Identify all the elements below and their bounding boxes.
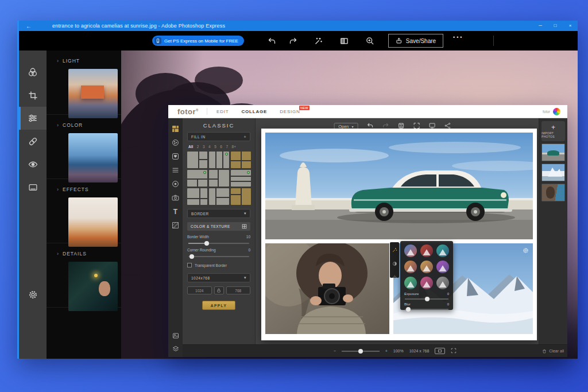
filter-preset[interactable] <box>436 244 449 257</box>
stickers-icon[interactable] <box>171 152 180 161</box>
filter-preset[interactable] <box>404 261 417 273</box>
maximize-button[interactable]: □ <box>548 21 563 31</box>
slider-knob[interactable] <box>406 307 411 312</box>
minimize-button[interactable]: ─ <box>533 21 548 31</box>
collage-template-selected[interactable] <box>231 152 251 168</box>
light-section-header[interactable]: › LIGHT <box>57 58 121 64</box>
color-texture-button[interactable]: COLOR & TEXTURE <box>187 222 250 231</box>
slider-knob[interactable] <box>425 297 430 301</box>
zoom-in-button[interactable]: + <box>385 349 388 353</box>
count-2[interactable]: 2 <box>197 145 199 149</box>
collage-template[interactable] <box>209 170 229 187</box>
slider-knob[interactable] <box>189 254 194 259</box>
clear-all-button[interactable]: Clear all <box>542 345 564 357</box>
template-grid-icon[interactable] <box>171 124 180 134</box>
redo-button[interactable] <box>287 36 299 46</box>
border-circle-icon[interactable] <box>171 179 180 189</box>
effects-preview-thumbnail[interactable] <box>68 197 118 247</box>
save-share-button[interactable]: Save/Share <box>388 34 443 48</box>
collage-cell-car[interactable] <box>265 133 533 239</box>
adjustments-tool-icon[interactable] <box>19 107 47 130</box>
account-area[interactable]: fotor <box>543 108 560 115</box>
fill-in-dropdown[interactable]: FILL IN + <box>187 132 250 141</box>
border-dropdown[interactable]: BORDER ▾ <box>187 209 250 218</box>
fullscreen-icon[interactable] <box>451 348 457 354</box>
compare-before-after-icon[interactable] <box>338 36 350 46</box>
collage-template[interactable] <box>231 170 251 187</box>
imported-photo-thumbnail-mountain[interactable] <box>541 164 565 181</box>
blur-slider[interactable] <box>405 309 448 310</box>
count-5[interactable]: 5 <box>214 145 216 149</box>
filter-wand-icon[interactable] <box>392 244 397 255</box>
details-preview-thumbnail[interactable] <box>68 262 118 311</box>
collage-cell-woman[interactable] <box>265 243 389 334</box>
transparent-border-option[interactable]: Transparent Border <box>187 263 250 267</box>
tab-design[interactable]: DESIGNNEW <box>280 109 300 114</box>
tab-edit[interactable]: EDIT <box>216 109 229 114</box>
photo-camera-icon[interactable] <box>171 193 180 203</box>
light-preview-thumbnail[interactable] <box>68 69 118 118</box>
border-width-slider[interactable] <box>188 243 249 244</box>
text-tool-icon[interactable]: T <box>171 207 180 216</box>
slider-knob[interactable] <box>204 241 209 246</box>
details-section-header[interactable]: › DETAILS <box>57 251 121 257</box>
contrast-icon[interactable] <box>392 258 397 269</box>
fotor-logo[interactable]: fotor® <box>177 107 199 116</box>
exposure-slider[interactable] <box>405 298 448 300</box>
shuffle-dice-icon[interactable] <box>171 138 180 148</box>
filter-preset[interactable] <box>404 244 417 257</box>
filter-preset[interactable] <box>436 261 449 273</box>
collage-template[interactable] <box>187 188 207 205</box>
close-button[interactable]: × <box>563 21 578 31</box>
tab-collage[interactable]: COLLAGE <box>241 109 267 114</box>
filter-preset[interactable] <box>420 277 433 289</box>
looks-tool-icon[interactable] <box>19 61 47 84</box>
zoom-out-button[interactable]: − <box>334 349 336 353</box>
transparent-border-checkbox[interactable] <box>187 263 192 267</box>
image-icon[interactable] <box>171 331 180 340</box>
collage-template[interactable] <box>231 188 251 205</box>
filter-preset[interactable] <box>420 261 433 273</box>
import-photos-button[interactable]: + IMPORT PHOTOS <box>541 121 565 141</box>
count-8plus[interactable]: 8+ <box>232 145 236 149</box>
crop-tool-icon[interactable] <box>19 84 47 107</box>
filter-preset[interactable] <box>436 277 449 289</box>
borders-tool-icon[interactable] <box>19 176 47 199</box>
collage-template[interactable] <box>209 188 229 205</box>
count-6[interactable]: 6 <box>220 145 222 149</box>
pattern-icon[interactable] <box>171 220 180 230</box>
corner-rounding-slider[interactable] <box>188 256 249 257</box>
zoom-slider[interactable] <box>342 351 380 352</box>
height-field[interactable]: 768 <box>226 286 251 294</box>
red-eye-tool-icon[interactable] <box>19 153 47 176</box>
undo-button[interactable] <box>266 36 277 46</box>
background-lines-icon[interactable] <box>171 165 180 175</box>
lock-ratio-icon[interactable] <box>214 286 224 294</box>
settings-gear-icon[interactable] <box>19 283 47 306</box>
color-section-header[interactable]: › COLOR <box>57 122 121 128</box>
color-preview-thumbnail[interactable] <box>68 133 118 183</box>
more-options-button[interactable]: ••• <box>453 34 463 40</box>
collage-template[interactable] <box>187 170 207 187</box>
aspect-ratio-icon[interactable] <box>435 348 445 354</box>
layers-icon[interactable] <box>171 344 180 354</box>
auto-enhance-wand-icon[interactable] <box>312 36 324 46</box>
size-preset-dropdown[interactable]: 1024x768 ▾ <box>187 273 250 282</box>
imported-photo-thumbnail-car[interactable] <box>541 143 565 161</box>
count-4[interactable]: 4 <box>208 145 211 149</box>
get-ps-express-mobile-button[interactable]: Get PS Express on Mobile for FREE <box>152 36 244 46</box>
count-7[interactable]: 7 <box>226 145 228 149</box>
apply-button[interactable]: APPLY <box>202 301 235 310</box>
collage-template[interactable] <box>187 152 207 168</box>
cell-settings-gear-icon[interactable] <box>523 246 529 256</box>
count-3[interactable]: 3 <box>203 145 205 149</box>
count-all[interactable]: All <box>188 145 193 149</box>
healing-tool-icon[interactable] <box>19 130 47 153</box>
effects-section-header[interactable]: › EFFECTS <box>57 187 121 192</box>
filter-preset[interactable] <box>404 277 417 289</box>
imported-photo-thumbnail-woman[interactable] <box>541 184 565 201</box>
filter-preset[interactable] <box>420 244 433 257</box>
back-icon[interactable]: ← <box>19 23 38 29</box>
slider-knob[interactable] <box>358 349 363 354</box>
width-field[interactable]: 1024 <box>187 286 212 294</box>
